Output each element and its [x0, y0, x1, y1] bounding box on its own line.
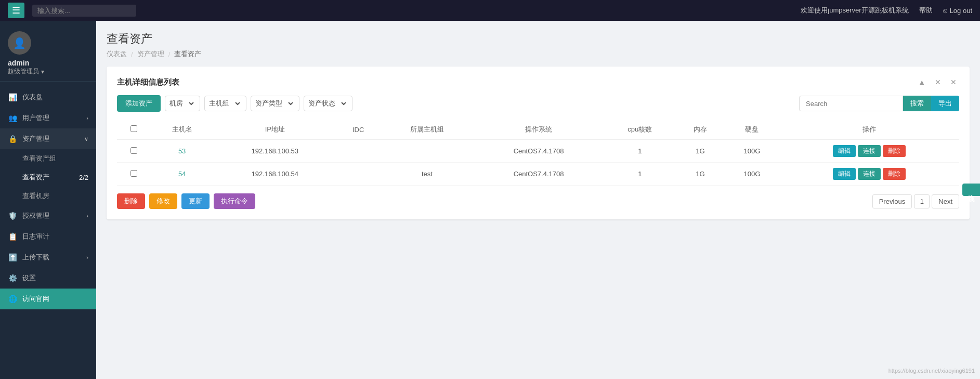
row-group-cell: test: [381, 163, 474, 186]
add-asset-button[interactable]: 添加资产: [117, 95, 161, 112]
exec-command-button[interactable]: 执行命令: [214, 193, 255, 209]
pagination: Previous 1 Next: [872, 194, 959, 208]
row-checkbox[interactable]: [130, 147, 137, 154]
edit-button[interactable]: 编辑: [833, 145, 856, 157]
row-checkbox[interactable]: [130, 170, 137, 177]
filter-status-select[interactable]: [337, 99, 348, 108]
search-button[interactable]: 搜索: [903, 96, 931, 111]
float-consult-button[interactable]: 在线咨询: [962, 184, 980, 196]
table-header-row: 主机名 IP地址 IDC 所属主机组 操作系统 cpu核数 内存 硬盘 操作: [117, 120, 959, 140]
col-disk: 硬盘: [725, 120, 780, 140]
breadcrumb-asset-mgmt[interactable]: 资产管理: [137, 49, 164, 59]
filter-status[interactable]: 资产状态: [304, 96, 352, 111]
chevron-right-icon: ›: [86, 115, 88, 121]
hostname-link[interactable]: 53: [178, 147, 186, 155]
sidebar-item-asset-mgmt[interactable]: 🔒 资产管理 ∨: [0, 128, 96, 149]
sidebar-role[interactable]: 超级管理员 ▾: [8, 67, 44, 76]
hostname-link[interactable]: 54: [178, 170, 186, 178]
row-idc-cell: [336, 163, 381, 186]
sidebar-item-label: 上传下载: [22, 253, 49, 262]
sidebar-subitem-label: 查看资产: [22, 173, 49, 182]
filter-room-select[interactable]: [185, 99, 195, 108]
audit-log-icon: 📋: [8, 232, 17, 241]
bulk-delete-button[interactable]: 删除: [117, 193, 145, 209]
sidebar-item-label: 用户管理: [22, 113, 49, 123]
col-cpu: cpu核数: [604, 120, 676, 140]
menu-icon[interactable]: ☰: [8, 3, 24, 18]
sidebar-item-label: 资产管理: [22, 134, 49, 143]
delete-button[interactable]: 删除: [883, 145, 906, 157]
row-disk-cell: 100G: [725, 163, 780, 186]
breadcrumb: 仪表盘 / 资产管理 / 查看资产: [107, 49, 970, 59]
sidebar-item-settings[interactable]: ⚙️ 设置: [0, 268, 96, 289]
sidebar-item-auth-mgmt[interactable]: 🛡️ 授权管理 ›: [0, 205, 96, 226]
navbar-search-input[interactable]: [32, 5, 136, 17]
chevron-right-icon: ›: [86, 254, 88, 260]
avatar: 👤: [8, 31, 31, 55]
help-link[interactable]: 帮助: [919, 6, 933, 15]
row-memory-cell: 1G: [676, 163, 725, 186]
sidebar-subitem-label: 查看机房: [22, 191, 49, 201]
page-title: 查看资产: [107, 31, 970, 47]
filter-type[interactable]: 资产类型: [251, 96, 299, 111]
bulk-update-button[interactable]: 更新: [181, 193, 210, 209]
previous-page-button[interactable]: Previous: [872, 194, 912, 208]
sidebar-subitem-label: 查看资产组: [22, 154, 56, 163]
connect-button[interactable]: 连接: [858, 145, 881, 157]
card-header: 主机详细信息列表 ▲ ✕ ✕: [117, 77, 959, 87]
next-page-button[interactable]: Next: [932, 194, 959, 208]
top-navbar: ☰ 欢迎使用jumpserver开源跳板机系统 帮助 ⎋ Log out: [0, 0, 980, 21]
sidebar-item-audit-log[interactable]: 📋 日志审计: [0, 226, 96, 247]
page-header: 查看资产 仪表盘 / 资产管理 / 查看资产: [107, 31, 970, 59]
col-action: 操作: [779, 120, 959, 140]
main-card: 主机详细信息列表 ▲ ✕ ✕ 添加资产 机房 主机组: [107, 67, 970, 219]
assets-table: 主机名 IP地址 IDC 所属主机组 操作系统 cpu核数 内存 硬盘 操作: [117, 120, 959, 186]
navbar-right: 欢迎使用jumpserver开源跳板机系统 帮助 ⎋ Log out: [801, 6, 972, 15]
sidebar-subitem-asset[interactable]: 查看资产 2/2: [0, 168, 96, 187]
sidebar-item-visitor-site[interactable]: 🌐 访问官网: [0, 289, 96, 309]
welcome-text: 欢迎使用jumpserver开源跳板机系统: [801, 6, 908, 15]
bottom-bar: 删除 修改 更新 执行命令 Previous 1 Next: [117, 193, 959, 209]
filter-group-select[interactable]: [231, 99, 242, 108]
search-input[interactable]: [799, 96, 903, 111]
row-hostname-cell: 54: [150, 163, 214, 186]
sidebar-item-user-mgmt[interactable]: 👥 用户管理 ›: [0, 108, 96, 128]
current-page: 1: [914, 194, 930, 208]
sidebar-subitem-room[interactable]: 查看机房: [0, 187, 96, 205]
connect-button[interactable]: 连接: [858, 168, 881, 180]
sidebar-item-dashboard[interactable]: 📊 仪表盘: [0, 87, 96, 108]
row-os-cell: CentOS7.4.1708: [474, 163, 604, 186]
filter-type-select[interactable]: [284, 99, 295, 108]
sidebar-item-label: 仪表盘: [22, 93, 43, 102]
user-mgmt-icon: 👥: [8, 114, 17, 122]
row-ip-cell: 192.168.100.53: [214, 140, 336, 163]
action-btns: 编辑 连接 删除: [783, 168, 955, 180]
bulk-modify-button[interactable]: 修改: [149, 193, 177, 209]
sidebar-item-upload-download[interactable]: ⬆️ 上传下载 ›: [0, 247, 96, 268]
filter-group[interactable]: 主机组: [204, 96, 246, 111]
main-layout: 👤 admin 超级管理员 ▾ 📊 仪表盘 👥 用户管理 › 🔒 资产管理 ∨: [0, 21, 980, 379]
card-expand-btn[interactable]: ✕: [932, 77, 944, 87]
navbar-search-box: [32, 5, 240, 17]
card-collapse-btn[interactable]: ▲: [916, 77, 928, 87]
select-all-checkbox[interactable]: [130, 125, 137, 132]
logout-btn[interactable]: ⎋ Log out: [943, 7, 972, 15]
table-head: 主机名 IP地址 IDC 所属主机组 操作系统 cpu核数 内存 硬盘 操作: [117, 120, 959, 140]
card-close-btn[interactable]: ✕: [948, 77, 959, 87]
sidebar-subitem-assetgroup[interactable]: 查看资产组: [0, 149, 96, 168]
chevron-down-icon: ∨: [84, 136, 88, 142]
edit-button[interactable]: 编辑: [833, 168, 856, 180]
sidebar-avatar: 👤 admin 超级管理员 ▾: [0, 21, 96, 82]
row-cpu-cell: 1: [604, 140, 676, 163]
export-button[interactable]: 导出: [931, 96, 959, 111]
col-ip: IP地址: [214, 120, 336, 140]
row-ip-cell: 192.168.100.54: [214, 163, 336, 186]
breadcrumb-dashboard[interactable]: 仪表盘: [107, 49, 127, 59]
sidebar-username: admin: [8, 59, 29, 67]
sidebar-item-label: 访问官网: [22, 294, 49, 304]
filter-room[interactable]: 机房: [165, 96, 200, 111]
col-checkbox: [117, 120, 150, 140]
asset-mgmt-icon: 🔒: [8, 135, 17, 143]
row-memory-cell: 1G: [676, 140, 725, 163]
delete-button[interactable]: 删除: [883, 168, 906, 180]
